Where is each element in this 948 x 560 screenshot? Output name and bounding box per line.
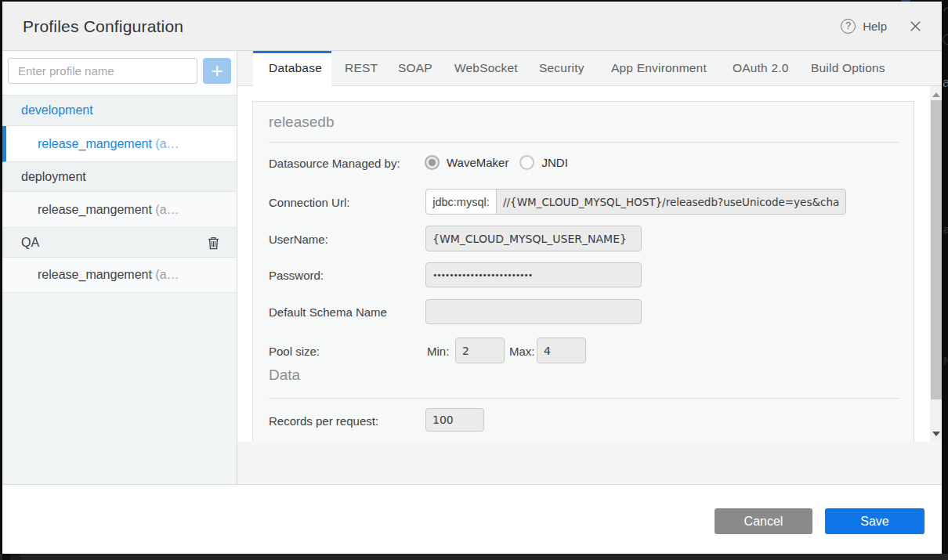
profile-search-input[interactable]	[8, 58, 197, 84]
radio-wavemaker-label: WaveMaker	[447, 156, 508, 169]
dialog-header: Profiles Configuration ? Help	[2, 2, 942, 51]
profile-search-section: +	[2, 51, 237, 96]
data-section-divider	[269, 398, 899, 399]
connection-url-label: Connection Url:	[269, 196, 349, 209]
service-name-suffix: (a…	[155, 203, 179, 217]
save-button[interactable]: Save	[825, 508, 924, 534]
pool-size-label: Pool size:	[269, 345, 320, 358]
records-per-request-label: Records per request:	[269, 414, 378, 428]
backdrop-ghost-letter-2: a	[943, 222, 948, 236]
sidebar-item-qa[interactable]: QA	[2, 228, 237, 258]
row-pool-size: Pool size: Min: Max:	[253, 338, 915, 363]
sidebar-item-deployment[interactable]: deployment	[2, 162, 237, 192]
radio-jndi[interactable]	[519, 155, 534, 170]
scrollbar-down-arrow-icon[interactable]	[932, 432, 940, 436]
default-schema-label: Default Schema Name	[269, 305, 387, 319]
tab-app-environment[interactable]: App Environment	[611, 51, 707, 86]
backdrop-bottom-strip	[0, 554, 948, 560]
profiles-sidebar: + development release_mangement (a… depl…	[2, 51, 237, 484]
connection-url-input[interactable]	[496, 189, 846, 215]
service-name-suffix: (a…	[155, 268, 179, 282]
radio-wavemaker[interactable]	[425, 155, 440, 170]
tab-rest[interactable]: REST	[345, 51, 378, 86]
username-label: UserName:	[269, 233, 328, 246]
pane-bottom-spacer	[237, 442, 942, 484]
pool-max-input[interactable]	[537, 338, 586, 363]
pool-min-input[interactable]	[455, 338, 505, 363]
row-default-schema: Default Schema Name	[253, 299, 915, 324]
service-name: release_mangement	[38, 203, 155, 217]
backdrop-bottom-corner	[2, 554, 10, 560]
cancel-button[interactable]: Cancel	[715, 508, 812, 534]
config-tabbar: Database REST SOAP WebSocket Security Ap…	[237, 51, 942, 86]
pool-max-label: Max:	[509, 345, 535, 358]
default-schema-input[interactable]	[425, 299, 642, 324]
row-password: Password:	[253, 262, 915, 287]
close-button[interactable]	[910, 21, 921, 31]
profile-name: deployment	[21, 170, 86, 184]
service-name: release_mangement	[38, 268, 155, 282]
records-per-request-input[interactable]	[425, 408, 484, 432]
sidebar-subitem-qa-release-mangement[interactable]: release_mangement (a…	[2, 258, 237, 293]
sidebar-item-development[interactable]: development	[2, 96, 237, 126]
service-name-suffix: (a…	[155, 137, 179, 151]
password-label: Password:	[269, 269, 324, 282]
help-icon: ?	[841, 19, 856, 34]
backdrop-ghost-letter: a	[943, 75, 948, 91]
delete-profile-button[interactable]	[208, 237, 219, 250]
tab-security[interactable]: Security	[539, 51, 584, 86]
row-username: UserName:	[253, 226, 915, 251]
pool-min-label: Min:	[427, 345, 449, 358]
scrollbar[interactable]	[930, 86, 942, 442]
tab-oauth-2-0[interactable]: OAuth 2.0	[733, 51, 789, 86]
sidebar-subitem-development-release-mangement[interactable]: release_mangement (a…	[2, 126, 237, 162]
row-connection-url: Connection Url: jdbc:mysql:	[253, 189, 915, 215]
profile-detail-panel: Database REST SOAP WebSocket Security Ap…	[237, 51, 942, 554]
page-title: Profiles Configuration	[23, 17, 183, 36]
backdrop-ghost-letter-3: N	[943, 354, 948, 367]
profiles-configuration-dialog: Profiles Configuration ? Help + developm…	[2, 2, 942, 554]
backdrop-ghost-text: ◠	[943, 5, 948, 16]
help-button[interactable]: ? Help	[841, 19, 887, 34]
profile-name: development	[21, 103, 93, 117]
section-title-data: Data	[269, 367, 300, 384]
row-records-per-request: Records per request:	[253, 408, 915, 432]
trash-icon	[208, 237, 219, 250]
add-profile-button[interactable]: +	[203, 58, 231, 84]
username-input[interactable]	[425, 226, 642, 251]
sidebar-subitem-deployment-release-mangement[interactable]: release_mangement (a…	[2, 192, 237, 228]
close-icon	[910, 21, 921, 31]
datasource-radio-group: WaveMaker JNDI	[425, 155, 579, 170]
section-title-releasedb: releasedb	[269, 114, 334, 131]
service-name: release_mangement	[38, 137, 155, 151]
scrollbar-thumb[interactable]	[931, 100, 942, 399]
row-datasource-managed-by: Datasource Managed by: WaveMaker JNDI	[253, 155, 915, 170]
tab-soap[interactable]: SOAP	[398, 51, 432, 86]
database-tab-pane: releasedb Datasource Managed by: WaveMak…	[237, 86, 942, 442]
connection-url-prefix: jdbc:mysql:	[425, 189, 497, 215]
database-config-card: releasedb Datasource Managed by: WaveMak…	[252, 101, 914, 442]
datasource-managed-by-label: Datasource Managed by:	[269, 157, 400, 170]
dialog-footer: Cancel Save	[2, 484, 942, 554]
section-divider	[269, 142, 899, 143]
tab-build-options[interactable]: Build Options	[811, 51, 885, 86]
tab-database[interactable]: Database	[269, 51, 322, 86]
backdrop-bottom-corner-2	[10, 554, 21, 560]
radio-jndi-label: JNDI	[541, 156, 567, 169]
scrollbar-up-arrow-icon[interactable]	[932, 92, 940, 97]
backdrop-ghost-circle	[943, 34, 948, 45]
help-label: Help	[863, 20, 887, 33]
tab-websocket[interactable]: WebSocket	[454, 51, 518, 86]
password-input[interactable]	[425, 262, 642, 287]
profile-name: QA	[21, 236, 39, 250]
